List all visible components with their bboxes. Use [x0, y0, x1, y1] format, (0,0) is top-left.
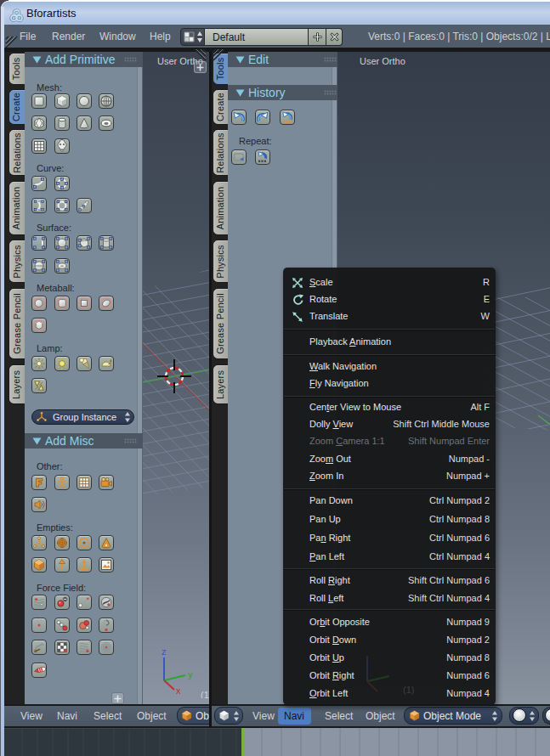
- svg-text:(1): (1): [403, 685, 414, 695]
- svg-text:z: z: [162, 647, 167, 657]
- svg-text:x: x: [176, 685, 181, 695]
- svg-text:y: y: [188, 669, 193, 680]
